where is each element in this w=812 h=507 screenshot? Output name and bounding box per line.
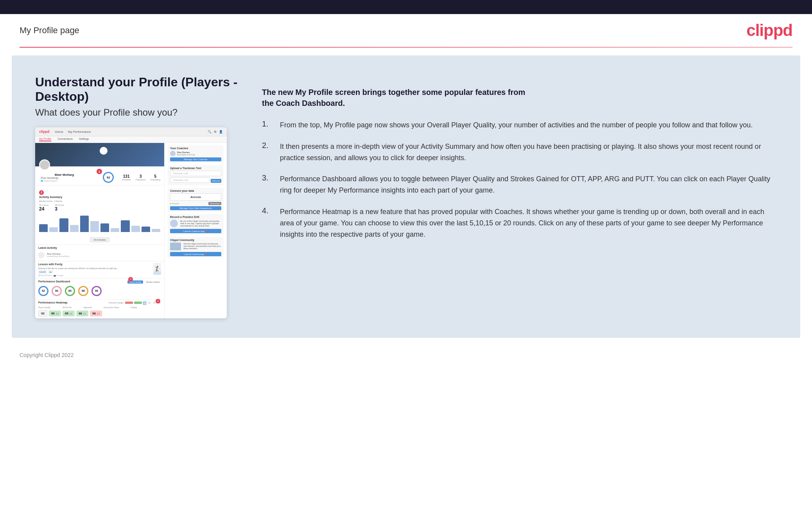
mock-activity-section: 2 Activity Summary Monthly Activity - 6 … xyxy=(35,186,164,245)
mock-clippd-logo: clippd xyxy=(39,130,50,134)
mock-record-desc: Be one of the Clippd Community and pract… xyxy=(180,220,221,227)
mock-manage-coaches-btn[interactable]: Manage Your Coaches xyxy=(170,157,221,161)
mock-bar-7 xyxy=(100,223,109,232)
mock-tag-1: Lesson xyxy=(38,270,47,273)
mock-coaches-title: Your Coaches xyxy=(170,147,221,150)
mock-heatmap-val-arg[interactable]: 86 ↓↓ xyxy=(76,311,88,316)
mock-badge-1: 1 xyxy=(97,169,102,174)
left-column: Understand your Profile (Players - Deskt… xyxy=(35,75,238,318)
mock-community-section: Clippd Community Visit the Clippd Commun… xyxy=(168,237,224,258)
mock-subnav-settings: Settings xyxy=(79,137,89,141)
mock-record-section: Record a Practice Drill Be one of the Cl… xyxy=(168,214,224,235)
mock-label-quality: Player Quality xyxy=(38,306,50,309)
mock-all-activities-btn[interactable]: All Activities xyxy=(39,235,160,242)
feat-num-2: 2. xyxy=(262,141,274,150)
mock-on-course-label: On Course xyxy=(39,204,48,206)
mock-label-offtee: Off the Tee xyxy=(62,306,72,309)
mock-community-desc: Visit the Clippd Community and discover … xyxy=(183,243,221,250)
mock-heatmap-5[interactable]: 5 xyxy=(143,302,147,305)
mock-two-col: Blair McHarg Plus Handicap 🌐 United King… xyxy=(35,143,227,318)
mock-heatmap-10[interactable]: 10 xyxy=(147,302,151,305)
feature-item-4: 4. Performance Heatmap is a new feature … xyxy=(262,206,777,240)
mock-activity-period: Monthly Activity - 6 Months xyxy=(39,200,160,202)
mock-stats-row: Blair McHarg Plus Handicap 🌐 United King… xyxy=(35,166,164,186)
mock-trackman-section: Upload a Trackman Test Trackman Link Tra… xyxy=(168,165,224,186)
mock-bar-8 xyxy=(111,228,119,232)
features-list: 1. From the top, My Profile page now sho… xyxy=(262,120,777,240)
mock-lesson-meta: 🕒 01h 30 mins · 📷 1 image xyxy=(38,274,150,277)
mock-latest-activity: Latest Activity Blair McHargsomething so… xyxy=(35,245,164,261)
copyright: Copyright Clippd 2022 xyxy=(20,352,74,358)
mock-heatmap-val-overall[interactable]: 92 xyxy=(38,310,47,317)
top-bar xyxy=(0,0,812,14)
mock-arccos-disconnect-btn[interactable]: Disconnect xyxy=(208,202,221,205)
mock-bar-1 xyxy=(39,224,48,232)
mock-browser-icons: 🔍 ⚙ 👤 xyxy=(208,130,223,134)
mock-lesson-section: Lesson with Fordy Nothing to feel like m… xyxy=(35,261,164,278)
feature-item-3: 3. Performance Dashboard allows you to t… xyxy=(262,173,777,196)
mock-record-avatar xyxy=(170,220,178,227)
mock-trackman-title: Upload a Trackman Test xyxy=(170,167,221,170)
mock-following-stat: 5 Following xyxy=(151,174,160,181)
screenshot-mockup: clippd Home My Performance 🔍 ⚙ 👤 My Prof… xyxy=(35,127,227,318)
mock-ring-ott[interactable]: 90 xyxy=(52,286,62,296)
mock-left-panel: Blair McHarg Plus Handicap 🌐 United King… xyxy=(35,143,164,318)
mock-launch-capture-btn[interactable]: Launch Capture App 🚀 xyxy=(170,229,221,233)
mock-heatmap-val-putt[interactable]: 96 ↓↓ xyxy=(90,311,102,316)
mock-ring-putt[interactable]: 96 xyxy=(91,286,102,296)
mock-lesson-figure: 🏌️ xyxy=(153,263,161,275)
feature-item-1: 1. From the top, My Profile page now sho… xyxy=(262,120,777,131)
mock-record-item: Be one of the Clippd Community and pract… xyxy=(170,220,221,227)
mock-bar-2 xyxy=(49,227,58,232)
feature-item-2: 2. It then presents a more in-depth view… xyxy=(262,141,777,164)
mock-right-panel: Your Coaches Dan Davies Barnstaple Golf … xyxy=(164,143,227,318)
mock-connect-section: Connect your data Arccos ● Arccos Discon… xyxy=(168,188,224,212)
mock-bar-chart xyxy=(39,214,160,234)
right-intro: The new My Profile screen brings togethe… xyxy=(262,87,536,109)
mock-perf-toggle: Player Quality Strokes Gained xyxy=(127,280,161,284)
mock-arccos-connected: ● Arccos xyxy=(170,202,179,205)
mock-heatmap-red xyxy=(125,302,133,304)
mock-banner xyxy=(35,143,164,166)
mock-badge-3: 3 xyxy=(128,277,133,282)
mock-heatmap-green xyxy=(134,302,142,304)
mock-trackman-input[interactable]: Trackman Link xyxy=(170,171,221,176)
mock-perf-rings: 92 90 85 86 96 xyxy=(38,284,161,298)
feat-num-1: 1. xyxy=(262,120,274,129)
mock-followers-stat: 3 Followers xyxy=(136,174,146,181)
mock-trackman-link-input[interactable]: Trackman Link xyxy=(170,177,210,183)
mock-heatmap-title: Performance Heatmap xyxy=(38,301,67,304)
feat-text-3: Performance Dashboard allows you to togg… xyxy=(280,173,777,196)
mock-bar-3 xyxy=(59,218,68,232)
mock-community-image xyxy=(170,243,181,250)
mock-activities-label: Activities xyxy=(122,179,131,181)
mock-user-icon: 👤 xyxy=(219,130,223,134)
mock-activity-title: Activity Summary xyxy=(39,196,160,198)
mock-quality-score: 92 xyxy=(107,176,110,179)
mock-ring-overall[interactable]: 92 xyxy=(38,286,48,296)
mock-ring-app[interactable]: 85 xyxy=(65,286,75,296)
clippd-logo: clippd xyxy=(746,21,792,40)
mock-community-title: Clippd Community xyxy=(170,239,221,241)
mock-manage-integrations-btn[interactable]: Manage Your Data Integrations xyxy=(170,206,221,210)
feat-text-2: It then presents a more in-depth view of… xyxy=(280,141,777,164)
mock-activity-icon xyxy=(38,252,45,258)
mock-ring-arg[interactable]: 86 xyxy=(78,286,88,296)
mock-on-course-val: 24 xyxy=(39,206,48,212)
mock-heatmap-val-ott[interactable]: 90 ↓↓ xyxy=(49,311,61,316)
mock-nav-home: Home xyxy=(55,130,63,134)
page-title: My Profile page xyxy=(20,25,79,36)
mock-bar-9 xyxy=(121,220,129,232)
mock-golf-ball xyxy=(100,147,108,155)
mock-toggle-strokes[interactable]: Strokes Gained xyxy=(145,280,161,284)
mock-off-course-val: 3 xyxy=(55,206,64,212)
mock-heatmap-val-app[interactable]: 85 ↓↓ xyxy=(63,311,75,316)
mock-perf-dashboard: 3 Performance Dashboard Player Quality S… xyxy=(35,278,164,300)
mock-badge-4: 4 xyxy=(156,299,160,303)
mock-nav-performance: My Performance xyxy=(68,130,91,134)
mock-settings-icon: ⚙ xyxy=(214,130,217,134)
mock-heatmap-labels: Player Quality Off the Tee Approach Arou… xyxy=(38,306,161,309)
mock-launch-community-btn[interactable]: Launch Community 🚀 xyxy=(170,252,221,256)
header-divider xyxy=(20,47,792,48)
mock-trackman-add-btn[interactable]: Add Link xyxy=(211,179,221,183)
